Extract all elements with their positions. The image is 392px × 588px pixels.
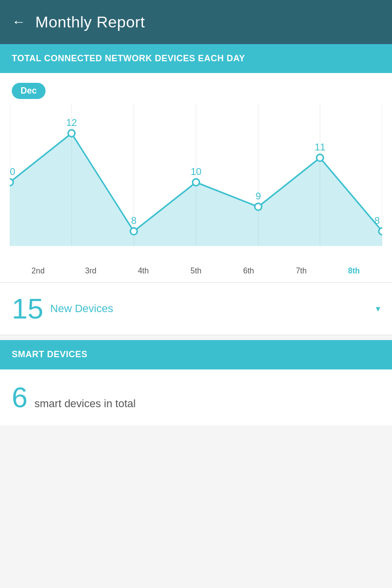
data-dot-8th [379,228,382,235]
svg-text:10: 10 [191,166,201,177]
chart-area: Dec 10 12 8 [0,73,392,282]
data-dot-3rd [68,130,75,137]
smart-devices-number: 6 [12,383,27,412]
svg-text:12: 12 [66,117,77,128]
x-axis-labels: 2nd 3rd 4th 5th 6th 7th 8th [5,263,387,282]
month-badge: Dec [12,83,46,99]
dropdown-arrow-icon[interactable]: ▾ [376,303,380,314]
smart-devices-description: smart devices in total [34,397,136,410]
app-header: ← Monthly Report [0,0,392,44]
page-title: Monthly Report [35,13,145,31]
svg-text:8: 8 [374,215,380,226]
new-devices-count: 15 [12,294,44,323]
svg-text:11: 11 [315,142,325,152]
new-devices-row[interactable]: 15 New Devices ▾ [0,283,392,335]
x-label-2nd: 2nd [12,267,64,275]
chart-section-title: TOTAL CONNECTED NETWORK DEVICES EACH DAY [12,53,380,64]
smart-devices-header: SMART DEVICES [0,340,392,369]
data-dot-6th [255,203,262,210]
data-dot-4th [130,228,137,235]
divider-2 [0,335,392,335]
x-label-3rd: 3rd [64,267,117,275]
x-label-4th: 4th [117,267,170,275]
data-dot-2nd [10,179,13,186]
x-label-7th: 7th [275,267,327,275]
x-label-8th: 8th [328,267,380,275]
svg-text:9: 9 [255,191,261,201]
smart-devices-section: SMART DEVICES 6 smart devices in total [0,340,392,425]
svg-text:8: 8 [131,215,136,226]
back-button[interactable]: ← [12,14,25,30]
x-label-6th: 6th [222,267,275,275]
smart-devices-title: SMART DEVICES [12,349,380,360]
chart-section-header: TOTAL CONNECTED NETWORK DEVICES EACH DAY [0,44,392,73]
data-dot-7th [317,154,323,161]
x-label-5th: 5th [170,267,222,275]
new-devices-label: New Devices [50,302,113,315]
line-chart: 10 12 8 10 9 11 8 [5,104,387,263]
data-dot-5th [193,179,199,186]
smart-devices-count-row: 6 smart devices in total [0,369,392,425]
svg-text:10: 10 [10,166,15,177]
